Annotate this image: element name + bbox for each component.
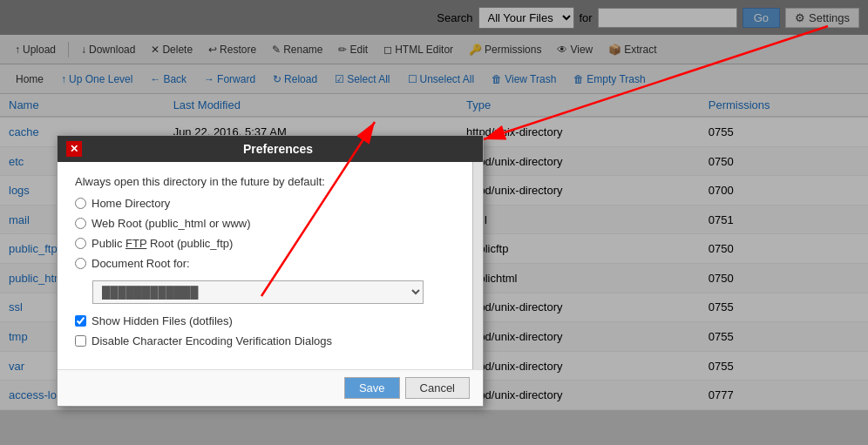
preferences-modal: ✕ Preferences Always open this directory… — [57, 135, 484, 407]
radio-doc-label: Document Root for: — [92, 257, 190, 270]
radio-home-label: Home Directory — [92, 197, 170, 210]
modal-close-button[interactable]: ✕ — [66, 141, 82, 157]
modal-header: ✕ Preferences — [58, 136, 483, 162]
radio-web[interactable] — [75, 218, 86, 229]
doc-root-select[interactable]: ████████████ — [92, 280, 424, 304]
checkbox-item-encoding: Disable Character Encoding Verification … — [75, 334, 455, 347]
modal-body: Always open this directory in the future… — [58, 162, 472, 369]
radio-item-web: Web Root (public_html or www) — [75, 217, 455, 230]
modal-section-label: Always open this directory in the future… — [75, 175, 455, 188]
radio-item-home: Home Directory — [75, 197, 455, 210]
radio-web-label: Web Root (public_html or www) — [92, 217, 251, 230]
modal-footer: Save Cancel — [58, 369, 483, 406]
checkbox-group: Show Hidden Files (dotfiles) Disable Cha… — [75, 314, 455, 347]
cancel-button[interactable]: Cancel — [405, 377, 470, 399]
checkbox-hidden-label: Show Hidden Files (dotfiles) — [92, 314, 233, 327]
doc-root-select-row: ████████████ — [75, 280, 455, 304]
radio-group: Home Directory Web Root (public_html or … — [75, 197, 455, 270]
radio-ftp-label: Public FTP Root (public_ftp) — [92, 237, 233, 250]
checkbox-encoding[interactable] — [75, 335, 86, 347]
checkbox-item-hidden: Show Hidden Files (dotfiles) — [75, 314, 455, 327]
radio-item-doc: Document Root for: — [75, 257, 455, 270]
radio-doc[interactable] — [75, 258, 86, 269]
radio-home[interactable] — [75, 198, 86, 209]
modal-overlay: ✕ Preferences Always open this directory… — [0, 0, 868, 445]
checkbox-encoding-label: Disable Character Encoding Verification … — [92, 334, 332, 347]
checkbox-hidden-files[interactable] — [75, 315, 86, 327]
radio-ftp[interactable] — [75, 238, 86, 249]
save-button[interactable]: Save — [344, 377, 400, 399]
modal-scrollbar[interactable] — [472, 162, 483, 369]
radio-item-ftp: Public FTP Root (public_ftp) — [75, 237, 455, 250]
modal-title: Preferences — [82, 142, 474, 156]
